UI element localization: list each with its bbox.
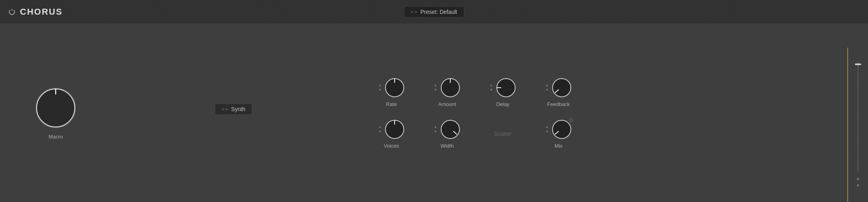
amount-knob[interactable] — [440, 77, 461, 98]
amount-up-arrow[interactable]: ▲ — [434, 83, 438, 87]
title-area: CHORUS — [8, 7, 62, 17]
scatter-control: Scatter — [487, 131, 519, 137]
slider-arrows: ▲ ▼ — [855, 176, 861, 189]
power-button[interactable] — [8, 8, 16, 16]
width-label: Width — [440, 143, 453, 149]
amount-control: ▲ ▼ Amount — [431, 77, 463, 107]
slider-track[interactable] — [858, 62, 858, 173]
content-area: Macro < > Synth ▲ ▼ — [0, 24, 868, 202]
phase-icon: ∅ — [568, 117, 574, 123]
rate-knob[interactable] — [384, 77, 405, 98]
mix-down-arrow[interactable]: ▼ — [545, 130, 549, 134]
amount-arrows: ▲ ▼ — [434, 83, 438, 92]
mix-label: Mix — [555, 143, 562, 149]
mix-knob-area: ▲ ▼ ∅ — [545, 119, 572, 140]
delay-label: Delay — [496, 101, 509, 107]
width-down-arrow[interactable]: ▼ — [434, 130, 438, 134]
feedback-knob-area: ▲ ▼ — [545, 77, 572, 98]
mix-up-arrow[interactable]: ▲ — [545, 125, 549, 129]
delay-down-arrow[interactable]: ▼ — [489, 88, 493, 92]
controls-row-2: ▲ ▼ Voices — [376, 119, 848, 149]
width-up-arrow[interactable]: ▲ — [434, 125, 438, 129]
delay-knob[interactable] — [496, 77, 516, 98]
feedback-control: ▲ ▼ Feedback — [543, 77, 574, 107]
rate-down-arrow[interactable]: ▼ — [378, 88, 382, 92]
width-knob-area: ▲ ▼ — [434, 119, 461, 140]
feedback-arrows: ▲ ▼ — [545, 83, 549, 92]
macro-label: Macro — [49, 134, 63, 140]
preset-name: Preset: Default — [420, 9, 457, 15]
amount-down-arrow[interactable]: ▼ — [434, 88, 438, 92]
voices-label: Voices — [384, 143, 399, 149]
middle-section: < > Synth — [99, 32, 368, 194]
feedback-up-arrow[interactable]: ▲ — [545, 83, 549, 87]
feedback-down-arrow[interactable]: ▼ — [545, 88, 549, 92]
delay-control: ▲ ▼ Delay — [487, 77, 519, 107]
rate-arrows: ▲ ▼ — [378, 83, 382, 92]
synth-selector[interactable]: < > Synth — [215, 104, 252, 115]
rate-label: Rate — [386, 101, 397, 107]
rate-knob-area: ▲ ▼ — [378, 77, 405, 98]
voices-knob[interactable] — [384, 119, 405, 140]
voices-up-arrow[interactable]: ▲ — [378, 125, 382, 129]
edge-slider: ▲ ▼ — [852, 48, 864, 202]
width-arrows: ▲ ▼ — [434, 125, 438, 134]
rate-control: ▲ ▼ Rate — [376, 77, 407, 107]
accent-line — [847, 48, 848, 202]
mix-control: ▲ ▼ ∅ Mix — [543, 119, 574, 149]
rate-up-arrow[interactable]: ▲ — [378, 83, 382, 87]
slider-thumb[interactable] — [855, 63, 861, 65]
synth-arrows-icon: < > — [222, 107, 228, 112]
amount-knob-area: ▲ ▼ — [434, 77, 461, 98]
macro-knob[interactable] — [34, 86, 78, 130]
width-control: ▲ ▼ Width — [431, 119, 463, 149]
width-knob[interactable] — [440, 119, 461, 140]
mix-arrows: ▲ ▼ — [545, 125, 549, 134]
feedback-label: Feedback — [547, 101, 570, 107]
svg-point-9 — [553, 79, 571, 97]
delay-knob-area: ▲ ▼ — [489, 77, 516, 98]
plugin-container: CHORUS < > Preset: Default Macro — [0, 0, 868, 202]
voices-control: ▲ ▼ Voices — [376, 119, 407, 149]
mix-knob[interactable]: ∅ — [551, 119, 572, 140]
delay-arrows: ▲ ▼ — [489, 83, 493, 92]
svg-point-13 — [441, 120, 459, 139]
amount-label: Amount — [438, 101, 456, 107]
delay-up-arrow[interactable]: ▲ — [489, 83, 493, 87]
plugin-header: CHORUS < > Preset: Default — [0, 0, 868, 24]
plugin-name: CHORUS — [20, 7, 62, 17]
voices-knob-area: ▲ ▼ — [378, 119, 405, 140]
voices-arrows: ▲ ▼ — [378, 125, 382, 134]
slider-up-arrow[interactable]: ▲ — [855, 176, 861, 181]
controls-section: ▲ ▼ Rate — [368, 32, 856, 194]
slider-down-arrow[interactable]: ▼ — [855, 183, 861, 189]
voices-down-arrow[interactable]: ▼ — [378, 130, 382, 134]
controls-row-1: ▲ ▼ Rate — [376, 77, 848, 107]
feedback-knob[interactable] — [551, 77, 572, 98]
scatter-label: Scatter — [494, 131, 512, 137]
preset-selector[interactable]: < > Preset: Default — [404, 6, 464, 17]
macro-section: Macro — [12, 32, 99, 194]
synth-name: Synth — [231, 106, 245, 112]
preset-arrows-icon: < > — [411, 10, 417, 14]
